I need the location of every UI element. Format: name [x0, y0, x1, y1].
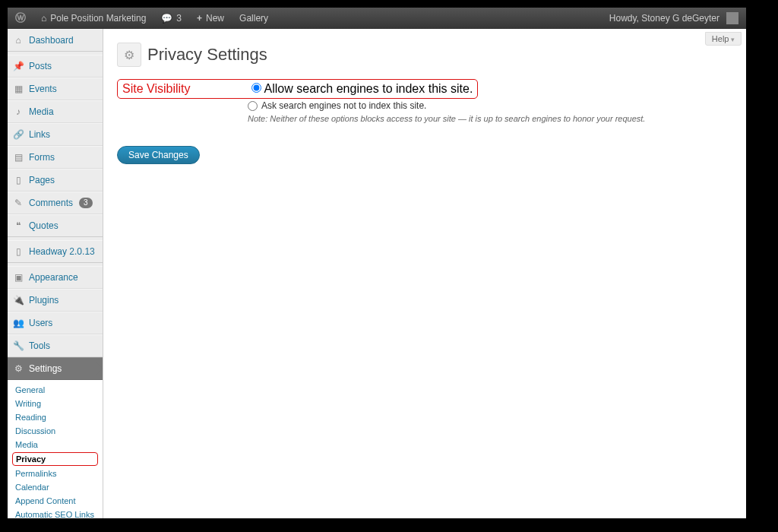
submenu-calendar[interactable]: Calendar: [8, 480, 103, 494]
dashboard-icon: ⌂: [12, 34, 24, 46]
howdy-label: Howdy, Stoney G deGeyter: [609, 13, 719, 24]
media-icon: ♪: [12, 106, 24, 118]
radio-block-label[interactable]: Ask search engines not to index this sit…: [248, 100, 732, 111]
menu-label: Links: [29, 129, 50, 140]
sidebar-item-posts[interactable]: 📌Posts: [8, 55, 103, 78]
sidebar-item-media[interactable]: ♪Media: [8, 100, 103, 123]
new-label: New: [206, 13, 224, 24]
plugin-icon: 🔌: [12, 294, 24, 306]
sidebar-item-links[interactable]: 🔗Links: [8, 123, 103, 146]
comments-menu[interactable]: 💬3: [153, 8, 189, 29]
menu-label: Appearance: [29, 272, 78, 283]
sidebar-item-dashboard[interactable]: ⌂Dashboard: [8, 29, 103, 52]
submenu-writing[interactable]: Writing: [8, 397, 103, 410]
site-name-label: Pole Position Marketing: [50, 13, 146, 24]
sidebar-item-settings[interactable]: ⚙Settings: [8, 357, 103, 380]
site-visibility-highlight: Site Visibility Allow search engines to …: [117, 79, 478, 99]
privacy-settings-icon: ⚙: [117, 43, 141, 67]
wp-logo-menu[interactable]: ⓦ: [8, 8, 33, 29]
sidebar-item-pages[interactable]: ▯Pages: [8, 169, 103, 192]
plus-icon: +: [197, 13, 202, 24]
sidebar-item-events[interactable]: ▦Events: [8, 78, 103, 100]
avatar-icon: [726, 12, 738, 24]
comment-icon: ✎: [12, 197, 24, 209]
comments-count: 3: [176, 13, 182, 24]
page-icon: ▯: [12, 174, 24, 186]
menu-label: Comments: [29, 198, 73, 208]
radio-block-text: Ask search engines not to index this sit…: [261, 100, 426, 111]
admin-sidebar: ⌂Dashboard 📌Posts ▦Events ♪Media 🔗Links …: [8, 29, 103, 518]
menu-label: Forms: [29, 152, 55, 163]
headway-icon: ▯: [12, 245, 24, 258]
calendar-icon: ▦: [12, 83, 24, 95]
wordpress-logo-icon: ⓦ: [15, 11, 26, 25]
save-changes-button[interactable]: Save Changes: [117, 146, 200, 164]
submenu-discussion[interactable]: Discussion: [8, 424, 103, 438]
comments-badge: 3: [79, 198, 93, 208]
forms-icon: ▤: [12, 151, 24, 163]
site-visibility-label: Site Visibility: [122, 82, 236, 96]
page-title-wrap: ⚙ Privacy Settings: [117, 43, 732, 67]
appearance-icon: ▣: [12, 271, 24, 283]
account-menu[interactable]: Howdy, Stoney G deGeyter: [602, 8, 746, 29]
page-title: Privacy Settings: [147, 45, 267, 65]
new-content-menu[interactable]: +New: [189, 8, 232, 29]
sidebar-item-users[interactable]: 👥Users: [8, 312, 103, 334]
tools-icon: 🔧: [12, 340, 24, 352]
sidebar-item-quotes[interactable]: ❝Quotes: [8, 214, 103, 237]
sidebar-item-forms[interactable]: ▤Forms: [8, 146, 103, 169]
radio-allow-index[interactable]: [251, 83, 261, 93]
sidebar-item-tools[interactable]: 🔧Tools: [8, 334, 103, 357]
quote-icon: ❝: [12, 220, 24, 232]
sidebar-item-appearance[interactable]: ▣Appearance: [8, 266, 103, 289]
visibility-note: Note: Neither of these options blocks ac…: [248, 114, 732, 123]
help-tab[interactable]: Help: [705, 32, 742, 46]
sidebar-item-plugins[interactable]: 🔌Plugins: [8, 289, 103, 312]
menu-label: Settings: [29, 363, 62, 374]
site-name-menu[interactable]: ⌂Pole Position Marketing: [33, 8, 153, 29]
menu-label: Tools: [29, 340, 50, 351]
submenu-reading[interactable]: Reading: [8, 410, 103, 424]
menu-label: Pages: [29, 175, 55, 185]
sidebar-item-comments[interactable]: ✎Comments3: [8, 192, 103, 214]
link-icon: 🔗: [12, 128, 24, 141]
sidebar-item-headway[interactable]: ▯Headway 2.0.13: [8, 240, 103, 263]
users-icon: 👥: [12, 317, 24, 329]
menu-label: Posts: [29, 61, 52, 71]
menu-label: Dashboard: [29, 35, 74, 46]
menu-label: Quotes: [29, 220, 59, 231]
menu-label: Plugins: [29, 295, 59, 306]
submenu-append-content[interactable]: Append Content: [8, 494, 103, 508]
settings-submenu: General Writing Reading Discussion Media…: [8, 380, 103, 518]
settings-icon: ⚙: [12, 363, 24, 375]
menu-label: Media: [29, 106, 54, 117]
content-area: Help ⚙ Privacy Settings Site Visibility …: [103, 29, 746, 518]
submenu-general[interactable]: General: [8, 383, 103, 397]
menu-label: Users: [29, 318, 52, 328]
submenu-privacy[interactable]: Privacy: [12, 452, 98, 466]
gallery-menu[interactable]: Gallery: [232, 8, 276, 29]
gallery-label: Gallery: [239, 13, 268, 24]
radio-allow-text: Allow search engines to index this site.: [264, 82, 473, 95]
menu-label: Headway 2.0.13: [29, 246, 95, 257]
radio-allow-label[interactable]: Allow search engines to index this site.: [251, 82, 473, 95]
radio-block-index[interactable]: [248, 101, 258, 111]
submenu-automatic-seo-links[interactable]: Automatic SEO Links: [8, 508, 103, 518]
admin-bar: ⓦ ⌂Pole Position Marketing 💬3 +New Galle…: [8, 8, 746, 29]
submenu-media[interactable]: Media: [8, 438, 103, 451]
pin-icon: 📌: [12, 60, 24, 72]
comment-bubble-icon: 💬: [161, 13, 172, 24]
home-icon: ⌂: [41, 13, 46, 24]
submenu-permalinks[interactable]: Permalinks: [8, 467, 103, 480]
menu-label: Events: [29, 84, 57, 94]
